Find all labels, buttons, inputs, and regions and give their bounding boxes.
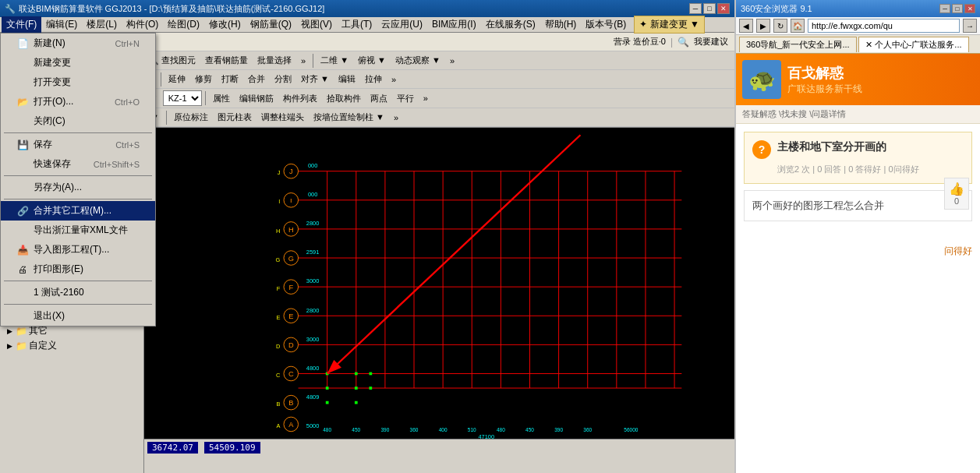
menu-bim[interactable]: BIM应用(I) [427, 16, 481, 33]
menu-quick-save[interactable]: 快速保存 Ctrl+Shift+S [1, 154, 155, 174]
pick-component-btn[interactable]: 拾取构件 [323, 91, 365, 106]
back-button[interactable]: ◀ [739, 19, 753, 33]
thumbup-icon: 👍 [949, 182, 964, 196]
menu-save-as[interactable]: 另存为(A)... [1, 178, 155, 197]
more-btn-3[interactable]: » [387, 73, 400, 86]
draw-col-by-wall-btn[interactable]: 按墙位置绘制柱 ▼ [310, 110, 388, 125]
dynamic-view-btn[interactable]: 动态观察 ▼ [391, 53, 444, 68]
browser-close[interactable]: ✕ [964, 4, 975, 13]
menu-edit[interactable]: 编辑(E) [41, 16, 82, 33]
close-button[interactable]: ✕ [717, 3, 730, 14]
component-list-btn[interactable]: 构件列表 [279, 91, 321, 106]
qa-description: 两个画好的图形工程怎么合并 [752, 199, 964, 213]
in-situ-label-btn[interactable]: 原位标注 [170, 110, 212, 125]
batch-select-btn[interactable]: 批量选择 [253, 53, 295, 68]
search-hint-bar: 答疑解惑 \找未搜 \问题详情 [736, 105, 980, 124]
menu-import-graphic[interactable]: 📥 导入图形工程(T)... [1, 240, 155, 259]
menu-file[interactable]: 文件(F) [2, 16, 41, 33]
svg-text:E: E [276, 314, 280, 321]
align-btn[interactable]: 对齐 ▼ [297, 72, 333, 86]
view-rebar-btn[interactable]: 查看钢筋量 [201, 53, 252, 68]
component-id-select[interactable]: KZ-1 [163, 90, 202, 106]
split-btn[interactable]: 分割 [271, 72, 295, 86]
menu-version[interactable]: 版本号(B) [581, 16, 631, 33]
adjust-col-end-btn[interactable]: 调整柱端头 [257, 110, 308, 125]
maximize-button[interactable]: □ [703, 3, 716, 14]
service-brand: 百戈解惑 广联达服务新干线 [787, 64, 862, 96]
menu-online[interactable]: 在线服务(S) [481, 16, 540, 33]
svg-text:3000: 3000 [306, 336, 319, 343]
menu-modify[interactable]: 修改(H) [204, 16, 246, 33]
address-input[interactable] [808, 19, 960, 33]
feedback-btn[interactable]: 我要建议 [691, 36, 731, 48]
menu-recent-1[interactable]: 1 测试-2160 [1, 283, 155, 302]
svg-text:D: D [276, 343, 280, 350]
svg-text:360: 360 [410, 427, 419, 432]
stretch-btn[interactable]: 拉伸 [361, 72, 386, 86]
extend-btn[interactable]: 延伸 [165, 72, 189, 86]
menu-tools[interactable]: 工具(T) [337, 16, 377, 33]
tree-item-custom[interactable]: ▶ 📁 自定义 [3, 338, 140, 353]
more-btn-4[interactable]: » [419, 92, 432, 104]
menu-export-xml[interactable]: 导出浙江量审XML文件 [1, 221, 155, 240]
menu-rebar[interactable]: 钢筋量(Q) [246, 16, 296, 33]
more-btn-5[interactable]: » [390, 111, 402, 124]
browser-title-bar: 360安全浏览器 9.1 ─ □ ✕ [736, 0, 980, 17]
element-col-table-btn[interactable]: 图元柱表 [214, 110, 256, 125]
svg-text:4809: 4809 [306, 394, 319, 401]
menu-exit[interactable]: 退出(X) [1, 306, 155, 326]
minimize-button[interactable]: ─ [689, 3, 702, 14]
menu-floor[interactable]: 楼层(L) [82, 16, 122, 33]
menu-component[interactable]: 构件(O) [122, 16, 163, 33]
qa-desc-card: 两个画好的图形工程怎么合并 [744, 190, 972, 221]
thumbup-button[interactable]: 👍 0 [944, 178, 969, 210]
edit-rebar-btn[interactable]: 编辑钢筋 [235, 91, 278, 106]
parallel-btn[interactable]: 平行 [393, 91, 418, 106]
menu-help[interactable]: 帮助(H) [540, 16, 582, 33]
menu-print[interactable]: 🖨 打印图形(E) [1, 259, 155, 279]
menu-new-change[interactable]: ✦ 新建变更 ▼ [634, 16, 705, 34]
browser-content: 🐢 百戈解惑 广联达服务新干线 答疑解惑 \找未搜 \问题详情 ? 主楼和地下室… [736, 54, 980, 473]
edit-btn[interactable]: 编辑 [334, 72, 359, 86]
sep-3 [205, 91, 206, 105]
trim-btn[interactable]: 修剪 [191, 72, 216, 86]
menu-save[interactable]: 💾 保存 Ctrl+S [1, 135, 155, 154]
more-btn-2[interactable]: » [446, 55, 458, 67]
property-btn[interactable]: 属性 [209, 91, 234, 106]
browser-address-bar: ◀ ▶ ↻ 🏠 → [736, 17, 980, 35]
browser-tab-bar: 360导航_新一代安全上网... ✕ 个人中心-广联达服务... [736, 35, 980, 54]
refresh-button[interactable]: ↻ [773, 19, 787, 33]
menu-cloud[interactable]: 云应用(U) [377, 16, 427, 33]
menu-close[interactable]: 关闭(C) [1, 111, 155, 131]
home-button[interactable]: 🏠 [791, 19, 805, 33]
merge-btn[interactable]: 合并 [244, 72, 269, 86]
svg-text:J: J [289, 168, 293, 175]
menu-draw[interactable]: 绘图(D) [163, 16, 204, 33]
other-expand-icon[interactable]: ▶ [5, 327, 14, 336]
svg-text:H: H [276, 228, 280, 235]
tab-personal[interactable]: ✕ 个人中心-广联达服务... [858, 37, 969, 52]
menu-new[interactable]: 📄 新建(N) Ctrl+N [1, 34, 155, 53]
svg-text:G: G [276, 256, 281, 263]
menu-merge[interactable]: 🔗 合并其它工程(M)... [1, 201, 155, 221]
custom-expand-icon[interactable]: ▶ [5, 341, 14, 351]
menu-open-change[interactable]: 打开变更 [1, 72, 155, 92]
go-button[interactable]: → [963, 19, 977, 33]
menu-sep-3 [4, 199, 152, 199]
top-view-btn[interactable]: 俯视 ▼ [354, 53, 390, 68]
svg-text:400: 400 [439, 427, 448, 432]
svg-text:480: 480 [323, 427, 331, 432]
two-point-btn[interactable]: 两点 [366, 91, 391, 106]
browser-maximize[interactable]: □ [952, 4, 963, 13]
break-btn[interactable]: 打断 [218, 72, 242, 86]
tab-360[interactable]: 360导航_新一代安全上网... [739, 37, 857, 52]
2d-view-btn[interactable]: 二维 ▼ [317, 53, 352, 68]
menu-new-change-item[interactable]: 新建变更 [1, 53, 155, 72]
browser-title: 360安全浏览器 9.1 [741, 3, 812, 15]
more-btn-1[interactable]: » [297, 55, 310, 67]
menu-open[interactable]: 📂 打开(O)... Ctrl+O [1, 92, 155, 111]
answer-good-link[interactable]: 问得好 [744, 245, 972, 258]
menu-view[interactable]: 视图(V) [296, 16, 337, 33]
forward-button[interactable]: ▶ [756, 19, 770, 33]
browser-minimize[interactable]: ─ [939, 4, 950, 13]
